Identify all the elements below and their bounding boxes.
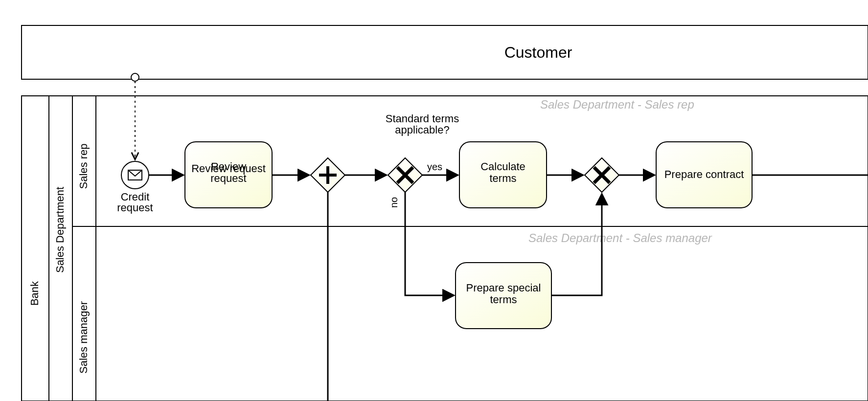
task-special-label-1: Prepare special: [466, 282, 541, 294]
lane-sales-dept[interactable]: Sales Department: [49, 96, 72, 401]
message-icon: [128, 170, 142, 180]
svg-rect-0: [22, 25, 868, 79]
task-calc-label-1: Calculate: [480, 160, 525, 173]
pool-customer[interactable]: Customer: [22, 25, 868, 79]
pool-bank-label: Bank: [28, 281, 41, 306]
gateway-question-2: applicable?: [395, 124, 449, 136]
task-calc-label-2: terms: [490, 172, 517, 184]
label-no: no: [388, 197, 399, 208]
svg-point-7: [131, 73, 139, 81]
lane-sales-rep-label: Sales rep: [77, 144, 90, 189]
task-contract-label: Prepare contract: [664, 168, 744, 180]
lane-sales-mgr-label: Sales manager: [77, 301, 90, 374]
lane-sales-dept-label: Sales Department: [54, 187, 66, 273]
task-prepare-special-terms[interactable]: Prepare special terms: [456, 263, 551, 329]
pool-bank[interactable]: Bank: [22, 96, 49, 401]
watermark-mgr: Sales Department - Sales manager: [528, 231, 712, 245]
gateway-question-1: Standard terms: [386, 112, 459, 125]
label-yes: yes: [427, 161, 442, 172]
start-event-label-2: request: [117, 201, 153, 214]
task-review-label-1: Review: [211, 160, 246, 173]
svg-rect-1: [22, 96, 49, 401]
task-prepare-contract[interactable]: Prepare contract: [656, 142, 752, 208]
watermark-rep: Sales Department - Sales rep: [540, 98, 694, 111]
task-calculate-terms[interactable]: Calculate terms: [459, 142, 547, 208]
task-special-label-2: terms: [490, 293, 517, 306]
bpmn-diagram: Customer Bank Sales Department Sales rep…: [0, 0, 868, 401]
task-review-label-2: request: [210, 172, 246, 184]
pool-customer-label: Customer: [504, 44, 572, 61]
